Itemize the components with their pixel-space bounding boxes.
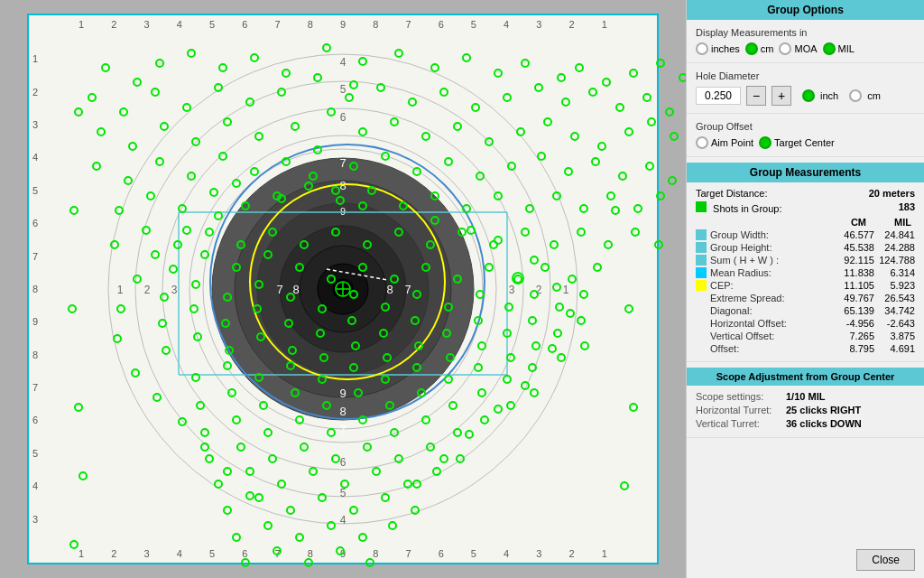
list-item	[645, 162, 654, 171]
right-panel: Group Options Display Measurements in in…	[686, 0, 924, 578]
measurement-cm-value: -4.956	[825, 318, 874, 329]
measurement-label: Sum ( H + W ) :	[710, 255, 825, 266]
target-distance-row: Target Distance: 20 meters	[696, 188, 915, 199]
target-center-option[interactable]: Target Center	[759, 136, 835, 149]
inches-option[interactable]: inches	[696, 42, 740, 55]
horizontal-turret-label: Horizontal Turret:	[696, 405, 786, 415]
measurement-row: Diagonal:65.13934.742	[696, 305, 915, 316]
cm-label: cm	[761, 43, 774, 54]
moa-label: MOA	[794, 43, 817, 54]
list-item	[629, 403, 638, 412]
svg-text:7: 7	[339, 156, 346, 170]
mil-option[interactable]: MIL	[823, 42, 855, 55]
hole-diameter-input[interactable]	[696, 87, 741, 105]
svg-text:1: 1	[117, 284, 124, 296]
measurement-mil-value: -2.643	[874, 318, 915, 329]
list-item	[618, 172, 627, 181]
measurement-mil-value: 5.923	[874, 280, 915, 291]
inch-radio[interactable]	[802, 89, 815, 102]
hole-diameter-label: Hole Diameter	[696, 70, 915, 81]
list-item	[633, 204, 642, 213]
measurement-row: Group Height:45.53824.288	[696, 242, 915, 253]
target-paper: 1 2 3 4 5 6 7 8 9 8 7 6 5 4 3 2 1 1 2 3 …	[27, 14, 659, 564]
svg-text:6: 6	[340, 456, 346, 469]
target-svg: 7 8 9 8 7 8 7 9 8 7 6 5 4 6 5 4 3 2 1 3 …	[81, 36, 605, 542]
measurement-label: Extreme Spread:	[710, 293, 825, 303]
list-item	[654, 240, 663, 249]
svg-text:9: 9	[339, 387, 346, 400]
svg-text:7: 7	[276, 283, 282, 296]
aim-point-label: Aim Point	[711, 137, 753, 148]
measurement-color-box	[696, 242, 707, 253]
list-item	[241, 558, 250, 567]
measurement-row: Vertical Offset:7.2653.875	[696, 331, 915, 341]
aim-point-option[interactable]: Aim Point	[696, 136, 753, 149]
cm-option[interactable]: cm	[745, 42, 774, 55]
list-item	[647, 117, 656, 126]
offset-row: Aim Point Target Center	[696, 136, 915, 149]
ruler-top: 1 2 3 4 5 6 7 8 9 8 7 6 5 4 3 2 1	[29, 19, 657, 30]
group-measurements-section: Group Measurements Target Distance: 20 m…	[687, 157, 924, 362]
col-headers: CM MIL	[696, 217, 915, 228]
measurement-label: Mean Radius:	[710, 267, 825, 278]
measurement-cm-value: 65.139	[825, 305, 874, 316]
measurement-label: Vertical Offset:	[710, 331, 825, 341]
list-item	[604, 240, 613, 249]
scope-settings-row: Scope settings: 1/10 MIL	[696, 391, 915, 402]
measurement-label: Diagonal:	[710, 305, 825, 316]
measurement-label: Offset:	[710, 343, 825, 354]
svg-text:8: 8	[386, 283, 393, 296]
mil-label: MIL	[838, 43, 855, 54]
measurement-color-box	[696, 293, 707, 303]
measurement-row: Sum ( H + W ) :92.115124.788	[696, 255, 915, 266]
svg-text:8: 8	[339, 179, 346, 192]
target-center-radio[interactable]	[759, 136, 772, 149]
horizontal-turret-row: Horizontal Turret: 25 clicks RIGHT	[696, 405, 915, 415]
list-item	[304, 558, 313, 567]
svg-text:2: 2	[536, 284, 542, 296]
mil-radio[interactable]	[823, 42, 836, 55]
moa-radio[interactable]	[779, 42, 791, 55]
measurement-color-box	[696, 331, 707, 341]
measurement-mil-value: 4.691	[874, 343, 915, 354]
display-measurements-label: Display Measurements in	[696, 27, 915, 38]
measurement-mil-value: 24.288	[874, 242, 915, 253]
target-distance-label: Target Distance:	[696, 188, 767, 199]
measurement-mil-value: 24.841	[874, 229, 915, 240]
measurement-row: Offset:8.7954.691	[696, 343, 915, 354]
list-item	[68, 304, 77, 313]
horizontal-turret-value: 25 clicks RIGHT	[786, 405, 915, 415]
measurement-label: Horizontal Offset:	[710, 318, 825, 329]
list-item	[611, 206, 620, 215]
group-options-section: Group Options Display Measurements in in…	[687, 0, 924, 63]
measurement-color-box	[696, 229, 707, 240]
inches-radio[interactable]	[696, 42, 708, 55]
svg-point-44	[513, 273, 523, 284]
scope-settings-label: Scope settings:	[696, 391, 786, 402]
scope-adjustment-section: Scope Adjustment from Group Center Scope…	[687, 362, 924, 438]
list-item	[629, 69, 638, 78]
svg-text:5: 5	[340, 83, 346, 96]
measurement-cm-value: 46.577	[825, 229, 874, 240]
cm-unit-radio[interactable]	[849, 89, 862, 102]
minus-button[interactable]: −	[746, 86, 766, 106]
svg-text:5: 5	[340, 487, 346, 499]
cm-radio[interactable]	[745, 42, 758, 55]
svg-text:6: 6	[340, 111, 346, 124]
measurement-cm-value: 45.538	[825, 242, 874, 253]
aim-point-radio[interactable]	[696, 136, 708, 149]
measurement-label: CEP:	[710, 280, 825, 291]
close-button-row: Close	[687, 542, 924, 578]
target-distance-value: 20 meters	[869, 188, 915, 199]
moa-option[interactable]: MOA	[779, 42, 817, 55]
cm-col-header: CM	[812, 217, 866, 228]
svg-text:3: 3	[171, 284, 178, 296]
plus-button[interactable]: +	[772, 86, 791, 106]
close-button[interactable]: Close	[856, 549, 915, 571]
measurement-row: Group Width:46.57724.841	[696, 229, 915, 240]
svg-text:7: 7	[404, 283, 411, 296]
hole-diameter-section: Hole Diameter − + inch cm	[687, 63, 924, 114]
measurement-color-box	[696, 318, 707, 329]
list-item	[606, 191, 615, 200]
measurement-color-box	[696, 255, 707, 266]
